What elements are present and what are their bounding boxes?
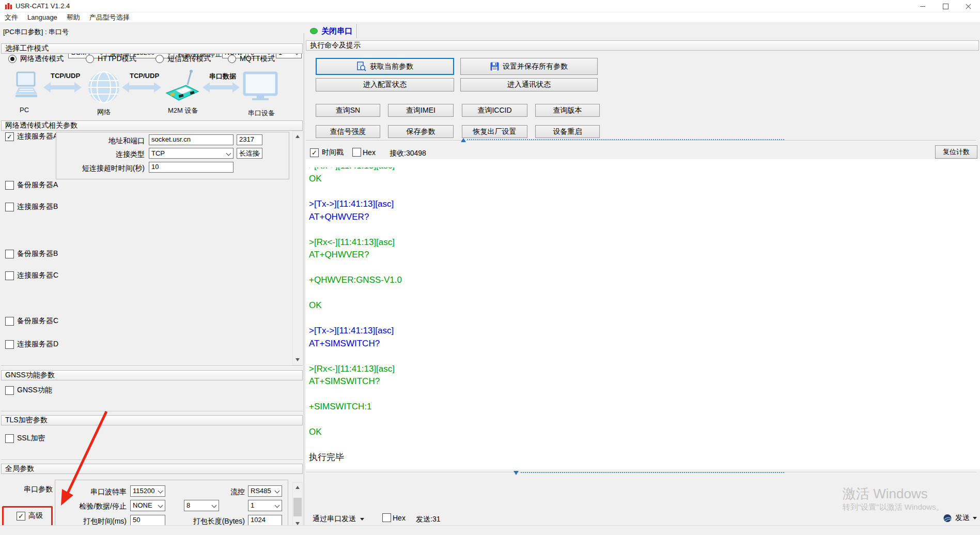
checkbox-icon — [5, 181, 14, 190]
pack-len-input[interactable]: 1024 — [248, 515, 282, 526]
query-iccid-button[interactable]: 查询ICCID — [462, 104, 527, 117]
cb-server-b[interactable]: 连接服务器B — [5, 202, 58, 211]
button-label: 保存参数 — [407, 127, 435, 136]
log-line — [309, 414, 975, 426]
server-port-input[interactable]: 2317 — [237, 134, 262, 145]
cb-backup-server-a[interactable]: 备份服务器A — [5, 180, 58, 190]
checkbox-icon — [352, 148, 361, 157]
timeout-input[interactable]: 10 — [149, 162, 234, 173]
cb-backup-server-c[interactable]: 备份服务器C — [5, 316, 58, 326]
button-label: 设置并保存所有参数 — [503, 62, 568, 71]
log-lines: >[Rx<-][11:41:13][asc]OK>[Tx->][11:41:13… — [309, 167, 975, 464]
set-save-button[interactable]: 设置并保存所有参数 — [460, 58, 598, 75]
query-imei-button[interactable]: 查询IMEI — [388, 104, 454, 117]
cb-server-c[interactable]: 连接服务器C — [5, 271, 58, 280]
log-top-trackbar[interactable] — [460, 136, 784, 143]
send-button[interactable]: 发送 — [943, 513, 977, 523]
trackbar-thumb-icon[interactable] — [514, 471, 519, 475]
log-line — [309, 388, 975, 401]
flow-select[interactable]: RS485 — [248, 485, 282, 497]
scroll-up-icon[interactable] — [295, 135, 300, 138]
query-signal-button[interactable]: 查信号强度 — [316, 125, 380, 138]
menu-file[interactable]: 文件 — [0, 12, 23, 23]
gnss-header: GNSS功能参数 — [1, 370, 303, 380]
g-parity-select[interactable]: NONE — [130, 500, 165, 511]
conn-type-select[interactable]: TCP — [149, 148, 234, 159]
conn-mode-select[interactable]: 长连接 — [237, 148, 262, 159]
arrow-left-right-icon — [203, 82, 240, 93]
query-sn-button[interactable]: 查询SN — [316, 104, 380, 117]
trackbar-thumb-icon[interactable] — [461, 138, 466, 142]
maximize-button[interactable] — [934, 0, 957, 12]
log-bottom-trackbar[interactable] — [512, 469, 784, 476]
cb-backup-server-b[interactable]: 备份服务器B — [5, 249, 58, 258]
dropdown-label: 通过串口发送 — [313, 514, 356, 524]
global-params-scrollbar[interactable] — [292, 482, 303, 529]
radio-httpd[interactable]: HTTPD模式 — [86, 54, 136, 64]
reset-counter-button[interactable]: 复位计数 — [935, 145, 977, 159]
net-params-scrollbar[interactable] — [292, 131, 303, 365]
button-label: 获取当前参数 — [370, 62, 413, 71]
scrollbar-thumb[interactable] — [293, 498, 302, 516]
timeout-label: 短连接超时时间(秒) — [62, 164, 145, 173]
cb-timestamp[interactable]: ✓时间戳 — [310, 148, 344, 157]
log-line: 执行完毕 — [309, 451, 975, 464]
cb-server-d[interactable]: 连接服务器D — [5, 340, 58, 349]
cb-ssl[interactable]: SSL加密 — [5, 434, 45, 443]
g-baud-select[interactable]: 115200 — [130, 485, 165, 497]
button-label: 发送 — [955, 513, 970, 523]
save-params-button[interactable]: 保存参数 — [388, 125, 454, 138]
diagram-link2-label: TCP/UDP — [130, 72, 159, 80]
log-line: OK — [309, 426, 975, 439]
log-line: +SIMSWITCH:1 — [309, 401, 975, 414]
radio-sms-passthrough[interactable]: 短信透传模式 — [155, 54, 211, 64]
radio-mqtt[interactable]: MQTT模式 — [228, 54, 275, 64]
g-databits-select[interactable]: 8 — [184, 500, 219, 511]
send-via-serial-dropdown[interactable]: 通过串口发送 — [313, 514, 364, 524]
g-stopbits-select[interactable]: 1 — [248, 500, 282, 511]
pack-time-input[interactable]: 50 — [130, 515, 165, 526]
menu-language[interactable]: Language — [23, 12, 62, 23]
log-line — [309, 262, 975, 274]
button-label: 设备重启 — [553, 127, 582, 136]
arrow-left-right-icon — [43, 82, 82, 93]
log-line: +QHWVER:GNSS-V1.0 — [309, 274, 975, 287]
maximize-icon — [943, 4, 948, 9]
button-label: 复位计数 — [943, 147, 970, 157]
radio-net-passthrough[interactable]: 网络透传模式 — [8, 54, 64, 64]
menu-help[interactable]: 帮助 — [62, 12, 85, 23]
query-version-button[interactable]: 查询版本 — [535, 104, 600, 117]
close-port-button[interactable]: 关闭串口 — [310, 23, 353, 39]
radio-label: HTTPD模式 — [98, 54, 136, 64]
search-doc-icon — [356, 62, 366, 71]
chevron-down-icon — [158, 503, 163, 508]
cb-label: 连接服务器A — [17, 132, 58, 141]
work-mode-header: 选择工作模式 — [1, 43, 303, 54]
diagram-serial-dev-label: 串口设备 — [248, 109, 275, 118]
cb-label: 连接服务器D — [17, 340, 58, 349]
cb-gnss[interactable]: GNSS功能 — [5, 386, 52, 395]
button-label: 恢复出厂设置 — [473, 127, 517, 136]
cb-send-hex[interactable]: Hex — [382, 513, 406, 522]
cb-server-a[interactable]: ✓连接服务器A — [5, 132, 58, 141]
server-addr-input[interactable]: socket.usr.cn — [149, 134, 234, 145]
log-line: AT+QHWVER? — [309, 211, 975, 224]
scroll-down-icon[interactable] — [295, 358, 300, 361]
checkbox-icon — [5, 434, 14, 443]
minimize-button[interactable] — [911, 0, 934, 12]
close-button[interactable] — [957, 0, 980, 12]
window-title: USR-CAT1 V1.2.4 — [15, 2, 70, 10]
cb-log-hex[interactable]: Hex — [352, 148, 376, 157]
get-params-button[interactable]: 获取当前参数 — [316, 58, 454, 75]
scroll-up-icon[interactable] — [295, 486, 300, 489]
radio-icon — [8, 55, 17, 63]
log-line: OK — [309, 299, 975, 312]
pc-serial-label: [PC串口参数] : 串口号 — [3, 27, 69, 37]
app-window: USR-CAT1 V1.2.4 文件 Language 帮助 产品型号选择 [P… — [0, 0, 980, 535]
log-output[interactable]: >[Rx<-][11:41:13][asc]OK>[Tx->][11:41:13… — [306, 159, 980, 469]
menu-product-model[interactable]: 产品型号选择 — [85, 12, 134, 23]
trackbar-line — [467, 139, 784, 140]
enter-comm-button[interactable]: 进入通讯状态 — [460, 78, 598, 91]
flow-value: RS485 — [251, 487, 271, 495]
enter-config-button[interactable]: 进入配置状态 — [316, 78, 454, 91]
